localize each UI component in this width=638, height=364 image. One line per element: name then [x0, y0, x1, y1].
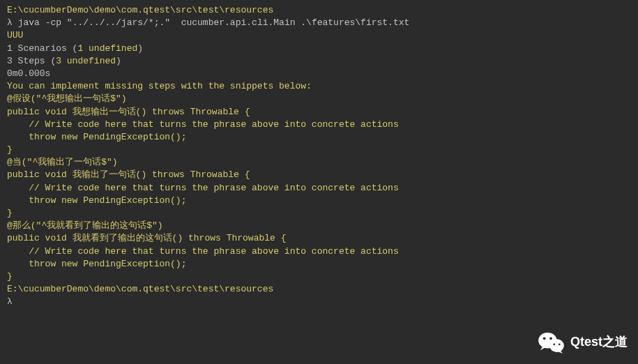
prompt-symbol: λ	[7, 17, 13, 28]
scenarios-summary: 1 Scenarios (1 undefined)	[7, 43, 631, 55]
execution-time: 0m0.000s	[7, 68, 631, 80]
cwd-path: E:\cucumberDemo\demo\com.qtest\src\test\…	[7, 4, 631, 17]
watermark-text: Qtest之道	[570, 333, 628, 351]
snippet-line: public void 我输出了一句话() throws Throwable {	[7, 169, 631, 181]
snippet-line: }	[7, 144, 631, 156]
snippet-line: public void 我想输出一句话() throws Throwable {	[7, 106, 631, 119]
svg-point-5	[559, 343, 561, 345]
snippet-line: }	[7, 271, 631, 283]
steps-summary: 3 Steps (3 undefined)	[7, 55, 631, 68]
command-text: java -cp "../../../jars/*;." cucumber.ap…	[18, 17, 410, 28]
wechat-icon	[538, 331, 565, 354]
prompt-symbol: λ	[7, 296, 631, 308]
snippet-line: // Write code here that turns the phrase…	[7, 119, 631, 131]
watermark: Qtest之道	[538, 331, 628, 354]
svg-point-2	[543, 337, 546, 340]
snippet-line: throw new PendingException();	[7, 195, 631, 207]
snippet-line: // Write code here that turns the phrase…	[7, 182, 631, 195]
snippet-line: @当("^我输出了一句话$")	[7, 156, 631, 169]
snippet-line: public void 我就看到了输出的这句话() throws Throwab…	[7, 232, 631, 245]
svg-point-4	[553, 343, 555, 345]
svg-point-1	[549, 339, 564, 352]
snippet-line: throw new PendingException();	[7, 131, 631, 144]
output-uuu: UUU	[7, 29, 631, 42]
snippet-line: throw new PendingException();	[7, 258, 631, 271]
command-line: λ java -cp "../../../jars/*;." cucumber.…	[7, 17, 631, 29]
snippet-line: }	[7, 207, 631, 220]
svg-point-3	[549, 337, 552, 340]
snippet-line: @那么("^我就看到了输出的这句话$")	[7, 220, 631, 232]
snippet-line: // Write code here that turns the phrase…	[7, 245, 631, 258]
implement-message: You can implement missing steps with the…	[7, 80, 631, 93]
terminal-output[interactable]: E:\cucumberDemo\demo\com.qtest\src\test\…	[0, 0, 638, 313]
cwd-path: E:\cucumberDemo\demo\com.qtest\src\test\…	[7, 283, 631, 296]
snippet-line: @假设("^我想输出一句话$")	[7, 93, 631, 105]
